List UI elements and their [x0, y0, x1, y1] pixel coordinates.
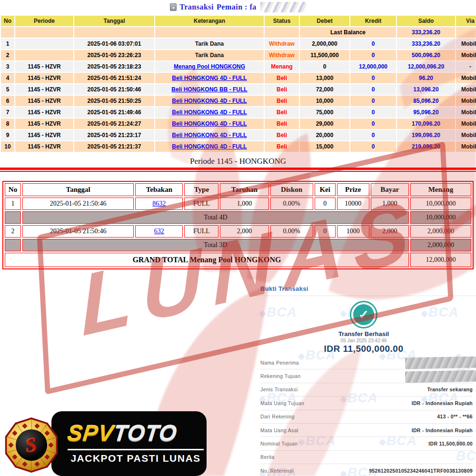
status-badge: Beli — [265, 119, 299, 129]
total-4d-value: 10,000,000 — [410, 211, 471, 224]
last-balance-label: Last Balance — [300, 27, 396, 38]
col-keterangan: Keterangan — [155, 16, 264, 26]
receipt-field: Mata Uang Asal IDR - Indonesian Rupiah — [260, 424, 473, 437]
bet-detail-link[interactable]: Beli HONGKONG 4D - FULL — [172, 143, 247, 150]
table-row: 6 1145 - HZVR 2025-01-05 21:50:25 Beli H… — [1, 96, 476, 106]
grand-total-label: GRAND TOTAL Menang Pool HONGKONG — [5, 253, 409, 267]
status-badge: Withdraw — [265, 50, 299, 60]
total-4d-label: Total 4D — [22, 211, 409, 224]
col-no: No — [1, 16, 14, 26]
total-3d-row: Total 3D 2,000,000 — [5, 239, 471, 251]
total-4d-row: Total 4D 10,000,000 — [5, 211, 471, 224]
status-badge: Menang — [265, 61, 299, 72]
table-row: 9 1145 - HZVR 2025-01-05 21:23:17 Beli H… — [1, 130, 476, 140]
bet-detail-link[interactable]: Beli HONGKONG 4D - FULL — [172, 132, 247, 139]
receipt-field: Mata Uang Tujuan IDR - Indonesian Rupiah — [260, 397, 473, 410]
transaction-device-icon — [170, 3, 177, 11]
table-row: 7 1145 - HZVR 2025-01-05 21:49:46 Beli H… — [1, 107, 476, 118]
dragon-emblem-icon: S — [16, 429, 47, 461]
transactions-table: No Periode Tanggal Keterangan Status Deb… — [0, 15, 476, 153]
status-badge: Beli — [265, 141, 299, 152]
receipt-fields: Nama Penerima R Rekening Tujuan 1 Jenis … — [260, 356, 473, 476]
recipient-name-blur — [405, 357, 476, 369]
last-balance-value: 333,236.20 — [397, 27, 455, 38]
transfer-amount: IDR 11,500,000.00 — [251, 344, 476, 354]
bet-row: 1 2025-01-05 21:50:46 8632 FULL 1,000 0.… — [5, 198, 471, 210]
red-divider — [0, 168, 476, 172]
bet-number-link[interactable]: 632 — [154, 228, 164, 235]
success-check-icon: ✓ — [350, 301, 377, 328]
table-row: 1 2025-01-06 03:07:01 Tarik Dana Withdra… — [1, 39, 476, 49]
status-badge: Beli — [265, 84, 299, 95]
receipt-field: Jenis Transaksi Transfer sekarang — [260, 383, 473, 397]
receipt-field: Dari Rekening 413 - 0** - **66 — [260, 410, 473, 424]
page-header: Transaksi Pemain : fa — [0, 1, 476, 13]
bet-detail-table: No Tanggal Tebakan Type Taruhan Diskon K… — [2, 181, 474, 269]
bet-detail-link[interactable]: Menang Pool HONGKONG — [174, 63, 245, 70]
bet-row: 2 2025-01-05 21:50:46 632 FULL 2,000 0.0… — [5, 225, 471, 238]
grand-total-row: GRAND TOTAL Menang Pool HONGKONG 12,000,… — [5, 253, 471, 267]
bet-header-row: No Tanggal Tebakan Type Taruhan Diskon K… — [5, 183, 471, 196]
col-debet: Debet — [300, 16, 349, 26]
page-title-left: Transaksi — [179, 3, 214, 11]
grand-total-value: 12,000,000 — [410, 253, 471, 267]
col-via: Via — [456, 16, 476, 26]
bet-detail-link[interactable]: Beli HONGKONG 4D - FULL — [172, 120, 247, 127]
col-tanggal: Tanggal — [74, 16, 154, 26]
bank-receipt: BCA BCA BCA BCA BCA BCA BCA BCA BCA BCA … — [251, 282, 476, 476]
status-badge: Beli — [265, 73, 299, 83]
bet-detail-link[interactable]: Beli HONGKONG BB - FULL — [171, 86, 247, 93]
receipt-divider — [251, 296, 476, 296]
table-row: 8 1145 - HZVR 2025-01-05 21:24:27 Beli H… — [1, 119, 476, 129]
bet-detail-link[interactable]: Beli HONGKONG 4D - FULL — [172, 75, 247, 81]
table-row: 4 1145 - HZVR 2025-01-05 21:51:24 Beli H… — [1, 73, 476, 83]
total-3d-value: 2,000,000 — [410, 239, 471, 251]
bet-number-link[interactable]: 8632 — [152, 200, 166, 207]
status-badge: Beli — [265, 130, 299, 140]
status-badge: Beli — [265, 107, 299, 118]
receipt-title: Bukti Transaksi — [260, 285, 308, 292]
logo-tagline: JACKPOT PASTI LUNAS — [68, 453, 204, 464]
page-title-right: Pemain : fa — [217, 3, 257, 11]
transfer-timestamp: 05 Jan 2025 23:42:46 — [251, 338, 476, 343]
receipt-field: No. Referensi 9526120250105234246041TRF0… — [260, 464, 473, 476]
brand-name: SPVTOTO — [66, 420, 207, 446]
table-row: 10 1145 - HZVR 2025-01-05 21:21:37 Beli … — [1, 141, 476, 152]
col-periode: Periode — [15, 16, 73, 26]
receipt-field: Nominal Tujuan IDR 11,500,000.00 — [260, 437, 473, 450]
transfer-status: Transfer Berhasil — [251, 330, 476, 337]
status-badge: Beli — [265, 96, 299, 106]
periode-title: Periode 1145 - HONGKONG — [0, 157, 476, 166]
col-saldo: Saldo — [397, 16, 455, 26]
table-row: 3 1145 - HZVR 2025-01-05 23:18:23 Menang… — [1, 61, 476, 72]
bet-detail-link[interactable]: Beli HONGKONG 4D - FULL — [172, 109, 247, 116]
player-name-blur — [260, 2, 306, 12]
table-row: 5 1145 - HZVR 2025-01-05 21:50:46 Beli H… — [1, 84, 476, 95]
page: Transaksi Pemain : fa No Periode Tanggal… — [0, 0, 476, 476]
col-kredit: Kredit — [350, 16, 396, 26]
account-number-blur — [405, 370, 476, 383]
status-badge: Withdraw — [265, 39, 299, 49]
brand-logo: S SPVTOTO JACKPOT PASTI LUNAS — [0, 405, 209, 476]
bet-detail-link[interactable]: Beli HONGKONG 4D - FULL — [172, 98, 247, 104]
transactions-header-row: No Periode Tanggal Keterangan Status Deb… — [1, 16, 476, 26]
last-balance-row: Last Balance 333,236.20 — [1, 27, 476, 38]
logo-divider — [68, 449, 204, 450]
table-row: 2 2025-01-05 23:26:23 Tarik Dana Withdra… — [1, 50, 476, 60]
receipt-field: Berita — [260, 451, 473, 464]
col-status: Status — [265, 16, 299, 26]
total-3d-label: Total 3D — [22, 239, 409, 251]
